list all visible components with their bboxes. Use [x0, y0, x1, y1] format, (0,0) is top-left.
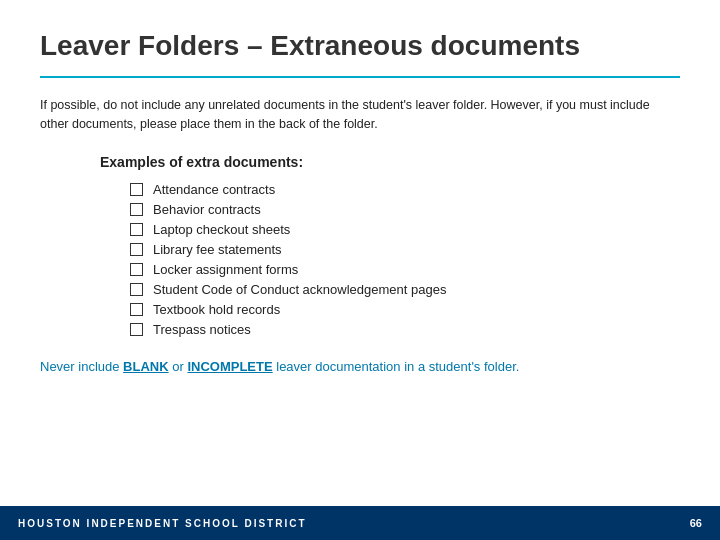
checkbox-icon [130, 203, 143, 216]
page-number: 66 [690, 517, 702, 529]
list-item-label: Textbook hold records [153, 302, 280, 317]
list-item: Attendance contracts [130, 182, 680, 197]
list-item-label: Locker assignment forms [153, 262, 298, 277]
list-item: Textbook hold records [130, 302, 680, 317]
checkbox-icon [130, 223, 143, 236]
divider [40, 76, 680, 78]
list-item: Laptop checkout sheets [130, 222, 680, 237]
bottom-bar-label: HOUSTON INDEPENDENT SCHOOL DISTRICT [18, 518, 307, 529]
slide: Leaver Folders – Extraneous documents If… [0, 0, 720, 540]
bottom-bar: HOUSTON INDEPENDENT SCHOOL DISTRICT 66 [0, 506, 720, 540]
examples-heading: Examples of extra documents: [100, 154, 680, 170]
footer-text: Never include BLANK or INCOMPLETE leaver… [40, 359, 680, 374]
checkbox-icon [130, 243, 143, 256]
list-item: Library fee statements [130, 242, 680, 257]
footer-suffix: leaver documentation in a student's fold… [273, 359, 520, 374]
list-item-label: Laptop checkout sheets [153, 222, 290, 237]
list-item: Locker assignment forms [130, 262, 680, 277]
list-item: Behavior contracts [130, 202, 680, 217]
checklist: Attendance contractsBehavior contractsLa… [130, 182, 680, 337]
checkbox-icon [130, 303, 143, 316]
list-item-label: Attendance contracts [153, 182, 275, 197]
checkbox-icon [130, 323, 143, 336]
list-item: Trespass notices [130, 322, 680, 337]
page-title: Leaver Folders – Extraneous documents [40, 30, 680, 62]
list-item-label: Behavior contracts [153, 202, 261, 217]
list-item: Student Code of Conduct acknowledgement … [130, 282, 680, 297]
list-item-label: Trespass notices [153, 322, 251, 337]
checkbox-icon [130, 263, 143, 276]
footer-middle: or [169, 359, 188, 374]
list-item-label: Library fee statements [153, 242, 282, 257]
checkbox-icon [130, 183, 143, 196]
list-item-label: Student Code of Conduct acknowledgement … [153, 282, 446, 297]
body-text: If possible, do not include any unrelate… [40, 96, 680, 134]
footer-blank: BLANK [123, 359, 169, 374]
footer-prefix: Never include [40, 359, 123, 374]
checkbox-icon [130, 283, 143, 296]
footer-incomplete: INCOMPLETE [187, 359, 272, 374]
